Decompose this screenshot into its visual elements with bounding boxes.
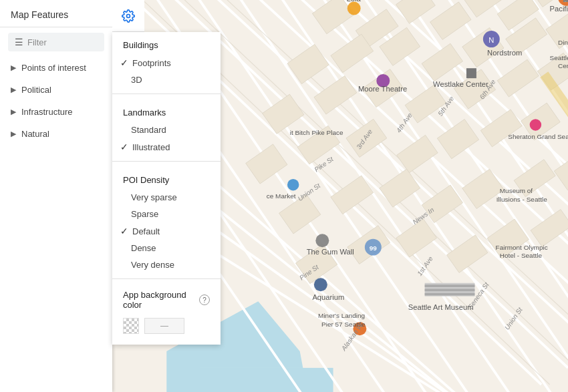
footprints-option[interactable]: ✓ Footprints bbox=[112, 54, 221, 71]
svg-rect-88 bbox=[466, 68, 476, 78]
arrow-icon-poi: ▶ bbox=[11, 63, 16, 72]
svg-text:N: N bbox=[488, 36, 494, 44]
divider-2 bbox=[112, 161, 221, 162]
svg-point-120 bbox=[287, 179, 299, 190]
sidebar-title: Map Features bbox=[0, 0, 112, 27]
svg-text:The Gum Wall: The Gum Wall bbox=[307, 248, 354, 256]
svg-text:Seattle Convention: Seattle Convention bbox=[550, 54, 568, 61]
color-dash-label: — bbox=[160, 321, 168, 331]
3d-option[interactable]: 3D bbox=[112, 71, 221, 88]
filter-label: Filter bbox=[27, 37, 47, 47]
svg-text:Moore Theatre: Moore Theatre bbox=[358, 85, 407, 93]
sidebar-label-poi: Points of interest bbox=[21, 63, 86, 73]
gear-button[interactable] bbox=[112, 0, 144, 32]
very-dense-label: Very dense bbox=[131, 260, 174, 270]
arrow-icon-natural: ▶ bbox=[11, 130, 16, 138]
svg-rect-93 bbox=[425, 284, 475, 287]
buildings-header: Buildings bbox=[112, 32, 221, 54]
svg-point-149 bbox=[127, 14, 130, 17]
svg-rect-95 bbox=[425, 293, 475, 296]
app-bg-section: App background color ? bbox=[112, 284, 221, 315]
checker-box bbox=[123, 318, 139, 334]
svg-text:Seattle Art Museum: Seattle Art Museum bbox=[408, 303, 474, 311]
svg-text:Sheraton Grand Seattle: Sheraton Grand Seattle bbox=[508, 133, 568, 140]
svg-text:Museum of: Museum of bbox=[500, 187, 533, 194]
svg-text:Nordstrom: Nordstrom bbox=[487, 49, 522, 57]
footprints-check: ✓ bbox=[120, 57, 128, 68]
svg-text:Din Tai Fung: Din Tai Fung bbox=[558, 39, 568, 46]
arrow-icon-infrastructure: ▶ bbox=[11, 108, 16, 116]
landmarks-header: Landmarks bbox=[112, 100, 221, 122]
sidebar-label-political: Political bbox=[21, 85, 51, 95]
svg-point-117 bbox=[530, 119, 541, 130]
sidebar-label-natural: Natural bbox=[21, 129, 49, 139]
poi-density-header: POI Density bbox=[112, 167, 221, 189]
svg-text:Center | Arch: Center | Arch bbox=[558, 62, 568, 69]
svg-point-109 bbox=[315, 234, 329, 247]
illustrated-check: ✓ bbox=[120, 142, 128, 152]
sparse-option[interactable]: Sparse bbox=[112, 206, 221, 222]
sidebar-item-poi[interactable]: ▶ Points of interest bbox=[0, 57, 112, 79]
arrow-icon-political: ▶ bbox=[11, 85, 16, 94]
svg-text:Hotel - Seattle: Hotel - Seattle bbox=[500, 252, 543, 259]
sidebar-item-political[interactable]: ▶ Political bbox=[0, 79, 112, 101]
svg-text:99: 99 bbox=[370, 244, 378, 252]
sidebar: Map Features ☰ Filter ▶ Points of intere… bbox=[0, 0, 112, 392]
illustrated-option[interactable]: ✓ Illustrated bbox=[112, 138, 221, 156]
dense-option[interactable]: Dense bbox=[112, 240, 221, 256]
svg-text:Pacific Place: Pacific Place bbox=[550, 5, 568, 13]
help-symbol: ? bbox=[202, 297, 206, 304]
help-icon[interactable]: ? bbox=[199, 295, 210, 305]
svg-point-103 bbox=[347, 1, 361, 15]
sparse-label: Sparse bbox=[131, 209, 158, 219]
filter-icon: ☰ bbox=[15, 37, 23, 47]
svg-point-107 bbox=[314, 278, 327, 291]
color-dash: — bbox=[144, 318, 184, 334]
svg-text:ce Market: ce Market bbox=[267, 192, 296, 200]
svg-text:Westlake Center: Westlake Center bbox=[433, 80, 488, 88]
very-sparse-label: Very sparse bbox=[131, 192, 177, 202]
standard-label: Standard bbox=[131, 125, 166, 135]
divider-3 bbox=[112, 278, 221, 279]
app-bg-label: App background color bbox=[123, 290, 194, 310]
sidebar-item-natural[interactable]: ▶ Natural bbox=[0, 123, 112, 145]
very-dense-option[interactable]: Very dense bbox=[112, 256, 221, 273]
sidebar-item-infrastructure[interactable]: ▶ Infrastructure bbox=[0, 101, 112, 123]
svg-text:Lola: Lola bbox=[346, 0, 361, 3]
sidebar-label-infrastructure: Infrastructure bbox=[21, 107, 73, 117]
svg-text:Aquarium: Aquarium bbox=[312, 293, 344, 301]
dense-label: Dense bbox=[131, 243, 156, 253]
footprints-label: Footprints bbox=[132, 58, 171, 68]
svg-text:it Bitch Pike Place: it Bitch Pike Place bbox=[290, 129, 343, 136]
svg-text:Miner's Landing: Miner's Landing bbox=[318, 312, 365, 319]
svg-rect-4 bbox=[200, 368, 333, 392]
filter-bar[interactable]: ☰ Filter bbox=[8, 33, 104, 51]
default-check: ✓ bbox=[120, 226, 128, 236]
dropdown-panel: Buildings ✓ Footprints 3D Landmarks Stan… bbox=[112, 32, 221, 345]
svg-rect-94 bbox=[425, 288, 475, 291]
illustrated-label: Illustrated bbox=[132, 142, 170, 152]
svg-text:Fairmont Olympic: Fairmont Olympic bbox=[496, 244, 548, 251]
default-option[interactable]: ✓ Default bbox=[112, 222, 221, 240]
standard-option[interactable]: Standard bbox=[112, 122, 221, 138]
svg-text:Illusions - Seattle: Illusions - Seattle bbox=[496, 196, 547, 203]
default-label: Default bbox=[132, 226, 160, 236]
color-preview-row[interactable]: — bbox=[112, 315, 221, 337]
3d-label: 3D bbox=[131, 75, 142, 85]
divider-1 bbox=[112, 93, 221, 94]
very-sparse-option[interactable]: Very sparse bbox=[112, 189, 221, 206]
